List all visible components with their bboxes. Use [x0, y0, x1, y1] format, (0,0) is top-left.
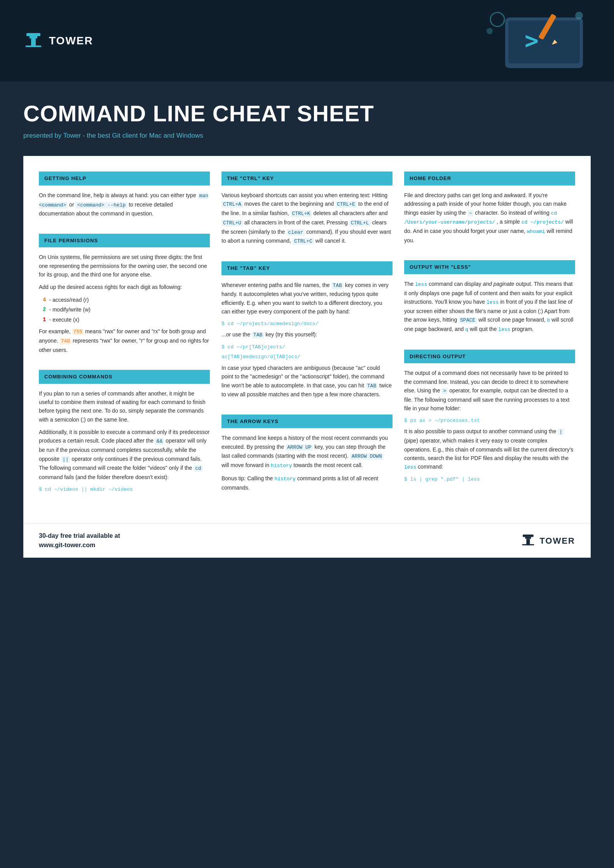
less-cmd-3: less	[498, 327, 510, 332]
perm-755: 755	[72, 329, 84, 335]
svg-rect-15	[522, 544, 534, 545]
and-operator: &&	[155, 438, 164, 444]
tab-cmd1: $ cd ~/projects/acmedesign/docs/	[222, 320, 392, 328]
perm-740: 740	[60, 338, 71, 345]
space-key: SPACE	[459, 317, 477, 324]
section-body-home: File and directory paths can get long an…	[404, 191, 575, 245]
footer-tower-icon	[520, 533, 536, 548]
ps-cmd: $ ps ax > ~/processes.txt	[404, 417, 575, 425]
section-ctrl-key: THE "CTRL" KEY Various keyboard shortcut…	[222, 172, 392, 250]
section-body-arrow: The command line keeps a history of the …	[222, 434, 392, 492]
section-directing-output: DIRECTING OUTPUT The output of a command…	[404, 350, 575, 485]
section-body-ctrl: Various keyboard shortcuts can assist yo…	[222, 191, 392, 246]
hero-section: COMMAND LINE CHEAT SHEET presented by To…	[0, 82, 614, 156]
logo-area: TOWER	[23, 31, 93, 51]
svg-point-11	[575, 12, 583, 19]
section-combining-commands: COMBINING COMMANDS If you plan to run a …	[39, 370, 210, 495]
less-cmd-4: less	[404, 464, 416, 470]
section-header-home: HOME FOLDER	[404, 172, 575, 186]
section-arrow-keys: THE ARROW KEYS The command line keeps a …	[222, 415, 392, 496]
section-header-less: OUTPUT WITH "LESS"	[404, 260, 575, 274]
ctrl-l: CTRL+L	[349, 220, 371, 226]
tab-cmd3: ac[TAB]medesign/d[TAB]ocs/	[222, 353, 392, 361]
short-path: cd ~/projects/	[522, 219, 564, 225]
arrow-up: ARROW UP	[286, 444, 313, 451]
arrow-down: ARROW DOWN	[350, 453, 384, 460]
section-header-file-permissions: FILE PERMISSIONS	[39, 234, 210, 248]
section-body-combining: If you plan to run a series of commands …	[39, 389, 210, 494]
logo-text: TOWER	[49, 33, 93, 49]
bottom-background	[0, 558, 614, 581]
right-column: HOME FOLDER File and directory paths can…	[404, 172, 575, 508]
section-body-directing: The output of a command does not necessa…	[404, 369, 575, 484]
svg-rect-12	[523, 535, 534, 537]
svg-text:>: >	[525, 27, 539, 54]
less-cmd-1: less	[415, 282, 427, 287]
list-item-4: 4 - access/read (r)	[43, 296, 210, 304]
whoami-cmd: whoami	[527, 229, 545, 234]
footer: 30-day free trial available at www.git-t…	[23, 523, 591, 558]
pipe-operator: |	[558, 429, 564, 435]
b-key: b	[547, 317, 550, 323]
main-title: COMMAND LINE CHEAT SHEET	[23, 101, 591, 126]
tab-key-1: TAB	[331, 282, 344, 289]
svg-rect-3	[26, 46, 41, 47]
ctrl-c: CTRL+C	[293, 238, 314, 245]
section-file-permissions: FILE PERMISSIONS On Unix systems, file p…	[39, 234, 210, 358]
svg-point-10	[487, 28, 493, 34]
or-operator: ||	[61, 456, 70, 463]
section-tab-key: THE "TAB" KEY Whenever entering paths an…	[222, 261, 392, 403]
ctrl-e: CTRL+E	[335, 201, 357, 208]
list-item-2: 2 - modify/write (w)	[43, 305, 210, 314]
section-body-getting-help: On the command line, help is always at h…	[39, 191, 210, 218]
svg-point-9	[490, 12, 504, 26]
cmd-help: <command> --help	[75, 202, 127, 208]
history-2: history	[274, 476, 296, 482]
q-key: q	[465, 327, 468, 332]
left-column: GETTING HELP On the command line, help i…	[39, 172, 210, 508]
cd-cmd: cd	[194, 465, 203, 472]
section-header-tab: THE "TAB" KEY	[222, 261, 392, 275]
footer-logo: TOWER	[520, 533, 575, 548]
svg-rect-5	[508, 21, 580, 63]
combine-cmd-line: $ cd ~/videos || mkdir ~/videos	[39, 486, 210, 494]
less-cmd-2: less	[487, 299, 499, 305]
list-item-1: 1 - execute (x)	[43, 315, 210, 324]
header-illustration: >	[474, 12, 591, 70]
tab-cmd2: $ cd ~/pr[TAB]ojects/	[222, 343, 392, 352]
gt-operator: >	[442, 388, 448, 394]
subtitle: presented by Tower - the best Git client…	[23, 131, 591, 141]
footer-logo-text: TOWER	[540, 534, 575, 547]
section-header-ctrl: THE "CTRL" KEY	[222, 172, 392, 186]
tilde-char: ~	[467, 210, 474, 217]
tab-key-3: TAB	[366, 383, 378, 389]
clear-cmd: clear	[286, 229, 305, 236]
section-body-tab: Whenever entering paths and file names, …	[222, 281, 392, 399]
footer-text: 30-day free trial available at www.git-t…	[39, 531, 120, 550]
section-home-folder: HOME FOLDER File and directory paths can…	[404, 172, 575, 248]
section-getting-help: GETTING HELP On the command line, help i…	[39, 172, 210, 222]
middle-column: THE "CTRL" KEY Various keyboard shortcut…	[222, 172, 392, 508]
tower-logo-icon	[23, 31, 44, 51]
tab-key-2: TAB	[252, 332, 264, 338]
svg-rect-0	[26, 33, 40, 36]
section-output-less: OUTPUT WITH "LESS" The less command can …	[404, 260, 575, 338]
section-header-arrow: THE ARROW KEYS	[222, 415, 392, 429]
ctrl-k: CTRL+K	[290, 210, 312, 217]
section-header-directing: DIRECTING OUTPUT	[404, 350, 575, 364]
permissions-list: 4 - access/read (r) 2 - modify/write (w)…	[43, 296, 210, 324]
svg-rect-1	[30, 36, 37, 38]
section-body-less: The less command can display and paginat…	[404, 280, 575, 334]
ls-grep-cmd: $ ls | grep ".pdf" | less	[404, 476, 575, 484]
ctrl-u: CTRL+U	[222, 220, 243, 226]
svg-rect-13	[525, 537, 531, 539]
header: TOWER >	[0, 0, 614, 82]
history-1: history	[271, 463, 292, 469]
content-area: GETTING HELP On the command line, help i…	[23, 156, 591, 523]
section-header-getting-help: GETTING HELP	[39, 172, 210, 186]
section-body-file-permissions: On Unix systems, file permissions are se…	[39, 253, 210, 354]
section-header-combining: COMBINING COMMANDS	[39, 370, 210, 384]
ctrl-a: CTRL+A	[222, 201, 243, 208]
